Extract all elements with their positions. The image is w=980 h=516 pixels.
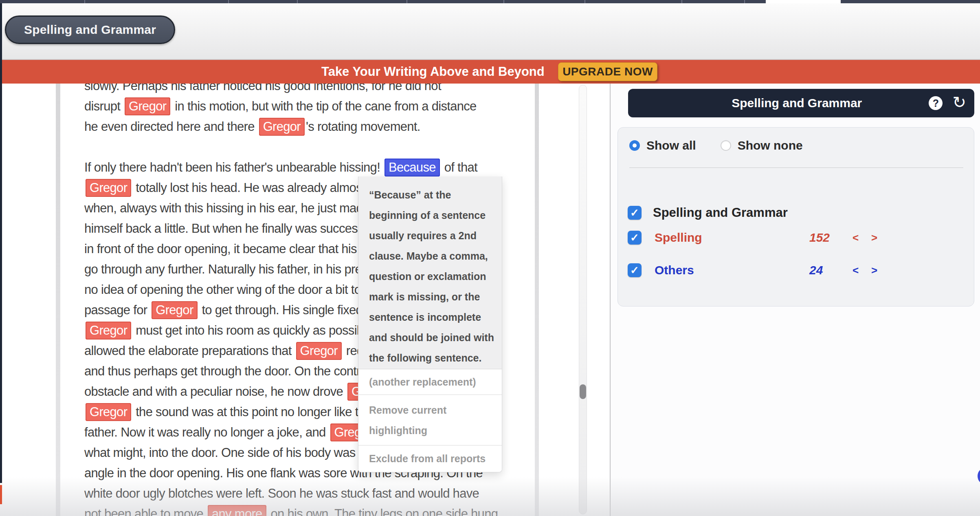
show-none-radio[interactable] — [721, 140, 731, 151]
spelling-highlight[interactable]: any more — [208, 505, 266, 516]
suggestion-popup: “Because” at thebeginning of a sentenceu… — [358, 176, 502, 472]
document-text: passage for — [84, 303, 150, 317]
document-line: If only there hadn't been his father's u… — [84, 159, 477, 176]
document-text: If only there hadn't been his father's u… — [84, 160, 383, 174]
others-checkbox[interactable]: ✓ — [628, 263, 642, 277]
left-edge-strip — [0, 3, 2, 483]
document-text: not been able to move — [84, 507, 207, 516]
tab-separator — [744, 0, 745, 3]
spelling-highlight[interactable]: Gregor — [296, 342, 342, 360]
suggestion-line: question or exclamation — [369, 266, 491, 287]
document-scrollbar-thumb[interactable] — [580, 384, 586, 399]
banner-message: Take Your Writing Above and Beyond — [321, 60, 533, 84]
upgrade-banner: Take Your Writing Above and Beyond UPGRA… — [0, 60, 980, 84]
document-text: disrupt — [84, 99, 123, 113]
tab-separator — [503, 0, 504, 3]
tab-separator — [407, 0, 407, 3]
group-label: Spelling and Grammar — [653, 205, 788, 220]
document-text: allowed the elaborate preparations that — [84, 344, 295, 358]
report-group-row: ✓Others24<> — [628, 261, 965, 279]
panel-section-divider — [629, 168, 963, 168]
previous-issue-button[interactable]: < — [853, 232, 859, 244]
menu-item-exclude-reports[interactable]: Exclude from all reports — [358, 445, 502, 472]
spelling-checkbox[interactable]: ✓ — [628, 231, 642, 245]
report-settings-panel: Show all Show none ✓Spelling and Grammar… — [617, 127, 974, 307]
refresh-icon[interactable]: ↻ — [952, 95, 966, 109]
browser-tab-strip[interactable] — [0, 0, 980, 3]
document-text: on his own. The tiny legs on one side hu… — [268, 507, 498, 516]
tab-separator — [228, 0, 229, 3]
next-issue-button[interactable]: > — [871, 232, 877, 244]
show-radios-row: Show all Show none — [629, 137, 803, 154]
spelling-highlight[interactable]: Gregor — [86, 403, 131, 421]
spelling-highlight[interactable]: Gregor — [259, 118, 305, 136]
spelling-highlight[interactable]: Gregor — [86, 322, 131, 340]
suggestion-line: clause. Maybe a comma, — [369, 246, 491, 266]
show-all-radio[interactable] — [629, 140, 640, 151]
tab-separator — [681, 0, 682, 3]
document-text: obstacle and with a peculiar noise, he n… — [84, 384, 346, 399]
suggestion-line: beginning of a sentence — [369, 205, 491, 225]
group-label: Others — [655, 263, 694, 277]
panel-divider-line — [610, 84, 611, 516]
document-text: of that — [441, 160, 477, 174]
document-line-partial: slowly. Perhaps his father noticed his g… — [84, 84, 441, 95]
issue-count: 24 — [809, 263, 823, 277]
grammar-highlight[interactable]: Because — [385, 159, 440, 176]
upgrade-now-button[interactable]: UPGRADE NOW — [558, 62, 657, 81]
document-scrollbar-track[interactable] — [579, 85, 587, 514]
suggestion-line: mark is missing, or the — [369, 287, 491, 307]
tab-gap — [766, 0, 841, 3]
spelling-highlight[interactable]: Gregor — [125, 97, 170, 115]
spelling-highlight[interactable]: Gregor — [152, 301, 197, 319]
tab-separator — [84, 0, 85, 3]
document-line: disrupt Gregor in this motion, but with … — [84, 97, 477, 115]
next-issue-button[interactable]: > — [871, 264, 877, 277]
menu-item-remove-highlighting[interactable]: Remove current highlighting — [358, 395, 502, 445]
document-text: slowly. Perhaps his father noticed his g… — [84, 84, 441, 93]
help-icon[interactable]: ? — [929, 96, 943, 110]
top-toolbar: Spelling and Grammar — [0, 3, 980, 60]
document-text: he even directed here and there — [84, 119, 258, 134]
document-line: not been able to move any more on his ow… — [84, 505, 498, 516]
spelling-highlight[interactable]: Gregor — [86, 179, 131, 197]
report-pill-button[interactable]: Spelling and Grammar — [5, 15, 175, 44]
issue-count: 152 — [809, 231, 830, 245]
spelling-and-grammar-checkbox[interactable]: ✓ — [628, 206, 642, 220]
report-panel-title: Spelling and Grammar — [636, 96, 929, 110]
suggestion-line: the following sentence. — [369, 348, 491, 368]
menu-item-another-replacement[interactable]: (another replacement) — [358, 369, 502, 395]
report-group-row: ✓Spelling and Grammar — [628, 204, 965, 222]
show-none-label: Show none — [738, 139, 803, 152]
suggestion-line: and should be joined with — [369, 327, 491, 348]
report-group-row: ✓Spelling152<> — [628, 229, 965, 247]
suggestion-text[interactable]: “Because” at thebeginning of a sentenceu… — [358, 176, 502, 369]
left-edge-strip-accent — [0, 485, 2, 504]
tab-separator — [297, 0, 298, 3]
report-panel-header: Spelling and Grammar ? ↻ — [628, 89, 974, 117]
suggestion-line: usually requires a 2nd — [369, 225, 491, 246]
group-label: Spelling — [655, 231, 702, 245]
page-right-gutter — [535, 84, 539, 516]
document-text: father. Now it was really no longer a jo… — [84, 425, 329, 439]
show-all-label: Show all — [646, 139, 696, 152]
document-line: he even directed here and there Gregor's… — [84, 118, 420, 136]
suggestion-line: “Because” at the — [369, 185, 491, 205]
previous-issue-button[interactable]: < — [853, 264, 859, 277]
document-text: white door ugly blotches were left. Soon… — [84, 486, 479, 501]
suggestion-line: sentence is incomplete — [369, 307, 491, 327]
tab-separator — [584, 0, 585, 3]
document-text: 's rotating movement. — [306, 119, 420, 134]
document-text: in this motion, but with the tip of the … — [171, 99, 476, 113]
page-left-gutter — [56, 84, 60, 516]
document-line: white door ugly blotches were left. Soon… — [84, 485, 479, 503]
